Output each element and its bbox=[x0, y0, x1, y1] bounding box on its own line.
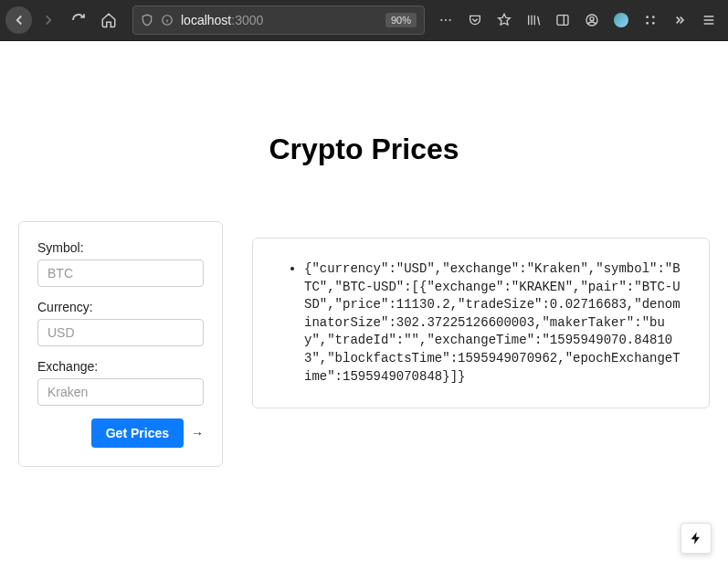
svg-point-9 bbox=[646, 22, 649, 25]
toolbar-right bbox=[432, 6, 723, 34]
svg-point-7 bbox=[646, 16, 649, 18]
back-button[interactable] bbox=[5, 6, 32, 34]
sidebar-icon[interactable] bbox=[549, 6, 576, 34]
result-json: {"currency":"USD","exchange":"Kraken","s… bbox=[304, 260, 687, 386]
overflow-icon[interactable] bbox=[666, 6, 693, 34]
url-text: localhost:3000 bbox=[181, 13, 378, 27]
lightning-fab[interactable] bbox=[681, 523, 712, 554]
bookmark-star-icon[interactable] bbox=[491, 6, 518, 34]
home-button[interactable] bbox=[95, 5, 123, 35]
svg-rect-4 bbox=[557, 16, 568, 26]
currency-input[interactable] bbox=[37, 319, 204, 346]
library-icon[interactable] bbox=[520, 6, 547, 34]
browser-toolbar: localhost:3000 90% bbox=[0, 0, 728, 41]
svg-point-1 bbox=[440, 19, 442, 21]
zoom-badge[interactable]: 90% bbox=[385, 13, 417, 27]
pocket-icon[interactable] bbox=[461, 6, 489, 34]
result-list: {"currency":"USD","exchange":"Kraken","s… bbox=[293, 260, 687, 386]
content-row: Symbol: Currency: Exchange: Get Prices →… bbox=[18, 221, 710, 467]
page-content: Crypto Prices Symbol: Currency: Exchange… bbox=[0, 41, 728, 503]
symbol-label: Symbol: bbox=[37, 240, 204, 255]
result-card: {"currency":"USD","exchange":"Kraken","s… bbox=[252, 238, 710, 408]
hamburger-menu-icon[interactable] bbox=[695, 6, 723, 34]
exchange-input[interactable] bbox=[37, 378, 204, 406]
shield-icon bbox=[141, 14, 153, 26]
extension-avatar-icon[interactable] bbox=[607, 6, 635, 34]
svg-point-6 bbox=[590, 17, 594, 21]
svg-point-10 bbox=[652, 22, 655, 25]
reload-button[interactable] bbox=[65, 5, 93, 35]
ellipsis-icon[interactable] bbox=[432, 6, 459, 34]
url-port: :3000 bbox=[231, 13, 263, 27]
info-icon[interactable] bbox=[161, 14, 174, 26]
currency-label: Currency: bbox=[37, 300, 204, 314]
account-icon[interactable] bbox=[578, 6, 606, 34]
forward-button[interactable] bbox=[34, 5, 62, 35]
svg-point-3 bbox=[449, 19, 451, 21]
exchange-label: Exchange: bbox=[37, 359, 204, 374]
svg-point-2 bbox=[445, 19, 447, 21]
get-prices-button[interactable]: Get Prices bbox=[91, 418, 184, 448]
arrow-icon: → bbox=[191, 426, 204, 440]
extension2-icon[interactable] bbox=[637, 6, 664, 34]
url-bar[interactable]: localhost:3000 90% bbox=[132, 5, 425, 35]
url-host: localhost bbox=[181, 13, 231, 27]
page-title: Crypto Prices bbox=[18, 132, 710, 166]
svg-point-8 bbox=[652, 16, 655, 18]
symbol-input[interactable] bbox=[37, 260, 204, 287]
form-card: Symbol: Currency: Exchange: Get Prices → bbox=[18, 221, 223, 467]
